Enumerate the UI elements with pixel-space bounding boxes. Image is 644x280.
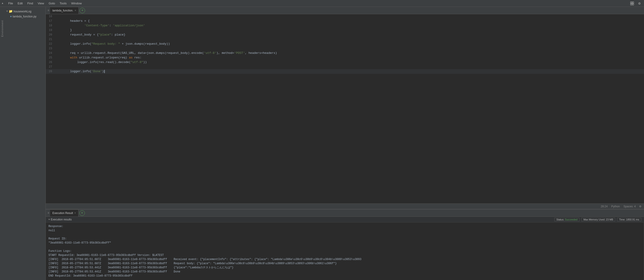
code-line-27: 27 — [46, 65, 644, 69]
menu-tools[interactable]: Tools — [58, 1, 69, 6]
code-line-28: 28 logger.info('Done') — [46, 69, 644, 74]
exec-response-label: Response: — [48, 224, 638, 228]
menu-window[interactable]: Window — [69, 1, 84, 6]
folder-triangle-icon: ▼ — [6, 10, 8, 13]
sidebar-content: ▼ 📁 houseworkLog ◈ lambda_function.py — [4, 7, 46, 280]
sidebar-folder-houseworklog[interactable]: ▼ 📁 houseworkLog — [4, 9, 46, 14]
code-line-26: 26 logger.info(res.read().decode("utf-8"… — [46, 60, 644, 65]
folder-icon: 📁 — [9, 10, 12, 13]
exec-log-end: END RequestId: 3ea66981-6163-11e8-8773-9… — [48, 274, 638, 278]
exec-tab-close[interactable]: × — [74, 212, 76, 214]
editor-tab-bar: ≡ lambda_function. × + — [46, 7, 644, 14]
menu-edit[interactable]: Edit — [15, 1, 25, 6]
exec-header-right: Status: Succeeded Max Memory Used: 23 MB… — [554, 218, 641, 221]
exec-triangle-icon: ▼ — [48, 218, 50, 221]
exec-tab-icon: ≡ — [48, 211, 49, 215]
editor-section: ≡ lambda_function. × + 16 17 headers = — [46, 7, 644, 209]
language-indicator: Python — [611, 205, 620, 208]
menu-bar: ▲ File Edit Find View Goto Tools Window … — [0, 0, 644, 7]
code-line-20: 20 request_body = {"place": place} — [46, 33, 644, 37]
settings-icon[interactable]: ⚙ — [637, 1, 642, 6]
code-line-18: 18 'Content-Type': 'application/json' — [46, 23, 644, 28]
main-layout: Environment ▼ 📁 houseworkLog ◈ lambda_fu… — [0, 7, 644, 280]
status-gear-icon[interactable]: ⚙ — [640, 204, 641, 208]
exec-header: ▼ Execution results Status: Succeeded Ma… — [46, 217, 644, 222]
code-line-19: 19 } — [46, 28, 644, 33]
triangle-icon: ▲ — [2, 2, 3, 5]
exec-tab[interactable]: Execution Result × — [50, 209, 78, 217]
expand-icon[interactable] — [629, 1, 635, 6]
folder-name: houseworkLog — [14, 10, 31, 13]
exec-title: Execution results — [51, 218, 72, 221]
editor-tab-close[interactable]: × — [75, 9, 76, 12]
status-label: Status: — [556, 218, 564, 221]
spaces-indicator: Spaces: 4 — [624, 205, 636, 208]
menu-file[interactable]: File — [6, 1, 15, 6]
cursor-position: 28:24 — [601, 205, 608, 208]
exec-log-start: START RequestId: 3ea66981-6163-11e8-8773… — [48, 253, 638, 257]
status-bar: 28:24 Python Spaces: 4 ⚙ — [46, 203, 644, 209]
editor-tab-add[interactable]: + — [80, 8, 85, 13]
exec-log-4: [INFO] 2018-05-27T04:05:53.441Z 3ea66981… — [48, 270, 638, 274]
exec-memory-badge: Max Memory Used: 23 MB — [581, 218, 615, 221]
file-name: lambda_function.py — [12, 15, 36, 18]
svg-rect-3 — [632, 4, 634, 5]
exec-tab-add[interactable]: + — [79, 210, 85, 216]
svg-rect-2 — [630, 4, 632, 5]
svg-rect-0 — [630, 2, 632, 3]
exec-header-left: ▼ Execution results — [48, 218, 72, 221]
exec-time-badge: Time: 1850.91 ms — [617, 218, 641, 221]
exec-requestid-value: "3ea66981-6163-11e8-8773-95b303cdbdff" — [48, 241, 638, 245]
exec-log-2: [INFO] 2018-05-27T04:05:51.607Z 3ea66981… — [48, 261, 638, 265]
code-editor[interactable]: 16 17 headers = { 18 'Content-Type': 'ap… — [46, 14, 644, 203]
exec-logs-label: Function Logs: — [48, 249, 638, 253]
right-panel: ≡ lambda_function. × + 16 17 headers = — [46, 7, 644, 280]
exec-response-value: null — [48, 228, 638, 233]
exec-log-3: [INFO] 2018-05-27T04:05:53.441Z 3ea66981… — [48, 265, 638, 270]
menu-find[interactable]: Find — [25, 1, 35, 6]
code-line-16: 16 — [46, 14, 644, 19]
sidebar-file-lambda[interactable]: ◈ lambda_function.py — [4, 14, 46, 19]
editor-tab-icon: ≡ — [48, 9, 49, 12]
execution-section: ≡ Execution Result × + ▼ Execution resul… — [46, 209, 644, 280]
editor-tab[interactable]: lambda_function. × — [50, 7, 79, 14]
code-line-25: 25 with urllib.request.urlopen(req) as r… — [46, 55, 644, 60]
status-value: Succeeded — [565, 218, 578, 221]
exec-left-panel: Response: null Request ID: "3ea66981-616… — [46, 222, 644, 280]
exec-body: Response: null Request ID: "3ea66981-616… — [46, 222, 644, 280]
exec-tab-bar: ≡ Execution Result × + — [46, 209, 644, 217]
exec-log-1: [INFO] 2018-05-27T04:05:51.607Z 3ea66981… — [48, 257, 638, 261]
sidebar: Environment ▼ 📁 houseworkLog ◈ lambda_fu… — [0, 7, 46, 280]
exec-tab-label: Execution Result — [52, 211, 73, 215]
code-line-22: 22 logger.info("Request body: " + json.d… — [46, 42, 644, 46]
sidebar-label: Environment — [0, 18, 4, 39]
svg-rect-1 — [632, 2, 634, 3]
exec-requestid-label: Request ID: — [48, 237, 638, 241]
menu-view[interactable]: View — [36, 1, 46, 6]
code-line-24: 24 req = urllib.request.Request(GAS_URL,… — [46, 51, 644, 55]
code-line-21: 21 — [46, 37, 644, 42]
code-line-23: 23 — [46, 46, 644, 51]
menu-goto[interactable]: Goto — [46, 1, 58, 6]
file-icon: ◈ — [10, 15, 12, 18]
code-line-17: 17 headers = { — [46, 19, 644, 23]
exec-status-badge: Status: Succeeded — [554, 218, 580, 221]
editor-tab-label: lambda_function. — [52, 9, 73, 12]
exec-wrapper: ▼ Execution results Status: Succeeded Ma… — [46, 217, 644, 280]
